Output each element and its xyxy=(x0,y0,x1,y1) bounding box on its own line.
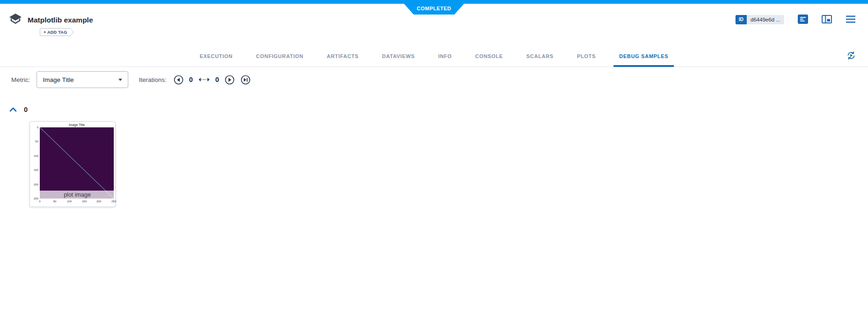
menu-button[interactable] xyxy=(846,15,856,24)
experiment-title: Matplotlib example xyxy=(28,16,93,24)
y-tick-label: 200 xyxy=(30,183,38,186)
plot-figure: Image Title 0 50 100 150 200 250 0 50 10… xyxy=(30,122,115,207)
y-tick-label: 100 xyxy=(30,154,38,158)
tab-plots[interactable]: PLOTS xyxy=(571,46,601,66)
next-iteration-button[interactable] xyxy=(224,74,235,85)
prev-iteration-button[interactable] xyxy=(173,74,184,85)
details-icon xyxy=(798,15,808,25)
debug-sample-thumbnail[interactable]: Image Title 0 50 100 150 200 250 0 50 10… xyxy=(29,121,116,207)
tab-configuration[interactable]: CONFIGURATION xyxy=(250,46,309,66)
sample-caption: plot image xyxy=(40,191,115,199)
id-badge: ID xyxy=(736,15,747,24)
iteration-group-label: 0 xyxy=(24,106,28,113)
auto-refresh-button[interactable] xyxy=(846,50,857,63)
metric-select-value: Image Title xyxy=(43,76,74,83)
y-tick-label: 0 xyxy=(30,125,38,129)
x-tick-label: 50 xyxy=(51,199,59,203)
tab-info[interactable]: INFO xyxy=(433,46,457,66)
collapse-chevron-icon xyxy=(9,107,17,112)
experiment-icon xyxy=(9,13,22,27)
x-tick-label: 150 xyxy=(80,199,88,203)
top-status-bar xyxy=(0,0,868,4)
info-panel-icon xyxy=(822,15,832,25)
x-tick-label: 250 xyxy=(110,199,118,203)
details-button[interactable] xyxy=(798,15,808,25)
experiment-id-chip[interactable]: ID d6449e6d ... xyxy=(736,15,784,24)
metric-select[interactable]: Image Title xyxy=(37,71,128,88)
tab-artifacts[interactable]: ARTIFACTS xyxy=(321,46,364,66)
menu-icon xyxy=(846,15,856,24)
iteration-start-value: 0 xyxy=(189,76,193,83)
iteration-end-value: 0 xyxy=(215,76,219,83)
add-tag-button[interactable]: + ADD TAG xyxy=(40,28,74,36)
plot-title: Image Title xyxy=(40,123,114,126)
tab-debug-samples[interactable]: DEBUG SAMPLES xyxy=(614,46,674,66)
auto-refresh-icon xyxy=(846,50,857,63)
iterations-label: Iterations: xyxy=(139,76,167,83)
last-iteration-button[interactable] xyxy=(240,74,251,85)
iteration-controls: 0 0 xyxy=(173,74,251,85)
x-tick-label: 0 xyxy=(36,199,44,203)
x-tick-label: 200 xyxy=(95,199,103,203)
info-panel-button[interactable] xyxy=(822,15,832,25)
metric-label: Metric: xyxy=(11,76,30,83)
tab-bar: EXECUTION CONFIGURATION ARTIFACTS DATAVI… xyxy=(0,46,868,67)
iteration-group-header[interactable]: 0 xyxy=(9,105,28,114)
add-tag-label: + ADD TAG xyxy=(40,29,73,36)
y-tick-label: 150 xyxy=(30,168,38,172)
experiment-id-value: d6449e6d ... xyxy=(747,15,784,24)
tab-scalars[interactable]: SCALARS xyxy=(521,46,559,66)
tab-dataviews[interactable]: DATAVIEWS xyxy=(376,46,420,66)
metric-toolbar: Metric: Image Title Iterations: 0 0 xyxy=(11,71,251,89)
chevron-down-icon xyxy=(118,79,122,81)
y-tick-label: 50 xyxy=(30,140,38,143)
tab-execution[interactable]: EXECUTION xyxy=(194,46,238,66)
tab-list: EXECUTION CONFIGURATION ARTIFACTS DATAVI… xyxy=(194,46,674,66)
header-actions: ID d6449e6d ... xyxy=(736,15,856,25)
iteration-range-icon xyxy=(198,77,210,82)
x-tick-label: 100 xyxy=(65,199,74,203)
status-badge: COMPLETED xyxy=(404,4,464,15)
tab-console[interactable]: CONSOLE xyxy=(470,46,508,66)
plot-area xyxy=(40,127,114,199)
